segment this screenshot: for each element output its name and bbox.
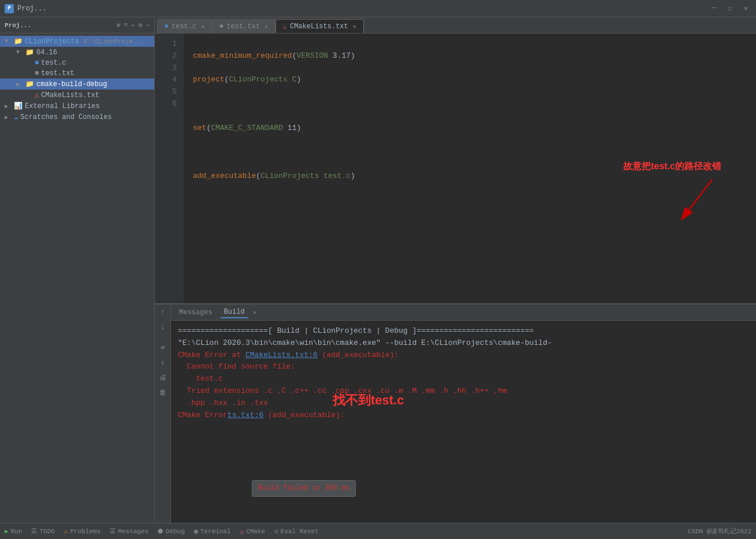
cmake-file-icon: △: [35, 91, 39, 99]
project-tree: ▼ 📁 CLionProjects E:\CLionProje... ▼ 📁 0…: [0, 34, 154, 523]
error-text-2: (add_executable):: [318, 351, 399, 359]
maximize-button[interactable]: ☐: [725, 3, 736, 14]
scroll-up-button[interactable]: ↑: [157, 307, 169, 318]
code-token: 11): [283, 124, 301, 132]
txt-file-icon: ■: [35, 69, 39, 77]
status-messages[interactable]: ☰ Messages: [110, 527, 148, 535]
debug-icon: ⬟: [158, 527, 163, 535]
code-token: CMAKE_C_STANDARD: [211, 124, 283, 132]
code-token: cmake_minimum_required: [193, 51, 292, 60]
title-text: Proj...: [17, 5, 46, 13]
build-error-bottom: CMake Errorts.txt:6 (add_executable):: [178, 410, 749, 422]
code-token: CLionProjects C: [229, 75, 296, 84]
tab-close-cmake[interactable]: ✕: [353, 23, 356, 30]
tree-item-cmake-build[interactable]: ▶ 📁 cmake-build-debug: [0, 79, 154, 90]
code-content[interactable]: cmake_minimum_required(VERSION 3.17) pro…: [184, 34, 756, 303]
tab-cmake-icon: △: [283, 23, 286, 30]
main-layout: Proj... ⊕ ≡ ⇐ ⚙ — ▼ 📁 CLionProjects E:\C…: [0, 17, 756, 523]
build-error-tried: Tried extensions .c .C .c++ .cc .cpp .cx…: [178, 385, 749, 397]
soft-wrap-button[interactable]: ⇌: [157, 341, 169, 353]
status-terminal[interactable]: ▣ Terminal: [194, 527, 230, 535]
root-folder-icon: 📁: [14, 37, 23, 46]
tab-testtxt[interactable]: ■ test.txt ✕: [212, 19, 275, 33]
c-file-icon: ■: [35, 59, 39, 67]
build-cmd-line: "E:\CLion 2020.3\bin\cmake\win\bin\cmake…: [178, 337, 749, 350]
bottom-sidebar: ↑ ↓ ⇌ ⇓ 🖨 🗑: [155, 304, 171, 523]
tab-build[interactable]: Build: [221, 307, 248, 318]
status-eval[interactable]: ↺ Eval Reset: [274, 527, 319, 535]
code-editor[interactable]: 1 2 3 4 5 6 cmake_minimum_required(VERSI…: [155, 34, 756, 303]
close-button[interactable]: ✕: [740, 3, 751, 14]
tab-close-testtxt[interactable]: ✕: [265, 23, 268, 30]
collapse-icon[interactable]: ⇐: [131, 21, 135, 29]
print-button[interactable]: 🖨: [157, 371, 169, 383]
tab-txt-icon: ■: [219, 23, 223, 29]
run-icon: ▶: [5, 527, 9, 535]
tab-cmakelists[interactable]: △ CMakeLists.txt ✕: [275, 19, 364, 33]
folder-cmake-icon: 📁: [25, 80, 34, 88]
title-controls: — ☐ ✕: [709, 3, 751, 14]
cmake-link-2[interactable]: ts.txt:6: [228, 411, 263, 419]
tree-item-ext-libs[interactable]: ▶ 📊 External Libraries: [0, 101, 154, 111]
status-bar: ▶ Run ☰ TODO ⚠ Problems ☰ Messages ⬟ Deb…: [0, 523, 756, 539]
libs-icon: 📊: [14, 102, 23, 110]
tree-item-scratches[interactable]: ▶ ☁ Scratches and Consoles: [0, 111, 154, 122]
status-run[interactable]: ▶ Run: [5, 527, 22, 535]
line-num-6: 6: [155, 98, 177, 110]
code-token: VERSION: [296, 51, 328, 60]
status-cmake[interactable]: △ CMake: [240, 527, 266, 535]
brand-text: CSDN @读书札记2022: [688, 527, 751, 536]
arrow-scratches: ▶: [5, 114, 12, 121]
tree-item-clionprojects[interactable]: ▼ 📁 CLionProjects E:\CLionProje...: [0, 36, 154, 47]
tree-item-cmakelists[interactable]: △ CMakeLists.txt: [0, 90, 154, 101]
tree-item-0416[interactable]: ▼ 📁 04.16: [0, 47, 154, 58]
debug-label: Debug: [166, 528, 185, 535]
scratches-icon: ☁: [14, 113, 18, 121]
cmake-icon: △: [240, 527, 244, 535]
line-numbers: 1 2 3 4 5 6: [155, 34, 184, 303]
eval-label: Eval Reset: [281, 528, 319, 535]
code-token: ): [351, 172, 355, 180]
tab-testc[interactable]: ■ test.c ✕: [157, 19, 212, 33]
code-token: (: [256, 172, 260, 180]
build-output[interactable]: ====================[ Build | CLionProje…: [171, 321, 756, 523]
filter-button[interactable]: ⇓: [157, 356, 169, 368]
messages-label: Messages: [118, 528, 148, 535]
bottom-tab-bar: Messages Build ✕: [171, 304, 756, 321]
scroll-down-button[interactable]: ↓: [157, 322, 169, 333]
arrow-ext-libs: ▶: [5, 103, 12, 110]
tab-messages[interactable]: Messages: [176, 307, 216, 318]
bottom-panel: ↑ ↓ ⇌ ⇓ 🖨 🗑 Messages Build ✕ ===========…: [155, 303, 756, 523]
tree-label-testtxt: test.txt: [41, 69, 75, 77]
error-cmake-2: CMake Error: [178, 411, 228, 419]
settings-icon[interactable]: ⚙: [139, 21, 143, 29]
add-icon[interactable]: ⊕: [117, 21, 121, 29]
code-token: 3.17): [328, 51, 355, 60]
status-problems[interactable]: ⚠ Problems: [64, 527, 100, 535]
clear-button[interactable]: 🗑: [157, 386, 169, 398]
build-error-tried2: .hpp .hxx .in .txx: [178, 397, 749, 410]
sort-icon[interactable]: ≡: [124, 21, 128, 29]
sidebar-title: Proj...: [5, 22, 31, 29]
tab-build-close[interactable]: ✕: [253, 309, 256, 316]
line-num-5: 5: [155, 86, 177, 98]
tree-item-testtxt[interactable]: ■ test.txt: [0, 68, 154, 79]
status-todo[interactable]: ☰ TODO: [31, 527, 54, 535]
minimize-button[interactable]: —: [709, 3, 720, 14]
status-debug[interactable]: ⬟ Debug: [158, 527, 185, 535]
tab-close-testc[interactable]: ✕: [201, 23, 204, 30]
tree-item-testc[interactable]: ■ test.c: [0, 58, 154, 68]
editor-area: ■ test.c ✕ ■ test.txt ✕ △ CMakeLists.txt…: [155, 17, 756, 303]
hide-icon[interactable]: —: [146, 21, 150, 29]
cn-annotation: 找不到test.c: [333, 390, 404, 410]
tab-c-icon: ■: [165, 23, 168, 29]
build-error-2: Cannot find source file:: [178, 361, 749, 373]
tree-label-cmakelists: CMakeLists.txt: [41, 91, 99, 99]
sidebar-icons: ⊕ ≡ ⇐ ⚙ —: [117, 21, 150, 29]
status-right: CSDN @读书札记2022: [688, 527, 751, 536]
arrow-cmake-build: ▶: [16, 81, 23, 88]
cmake-link-1[interactable]: CMakeLists.txt:6: [245, 351, 318, 359]
line-num-3: 3: [155, 62, 177, 75]
sidebar-header: Proj... ⊕ ≡ ⇐ ⚙ —: [0, 17, 154, 34]
tab-label-testtxt: test.txt: [226, 23, 260, 31]
